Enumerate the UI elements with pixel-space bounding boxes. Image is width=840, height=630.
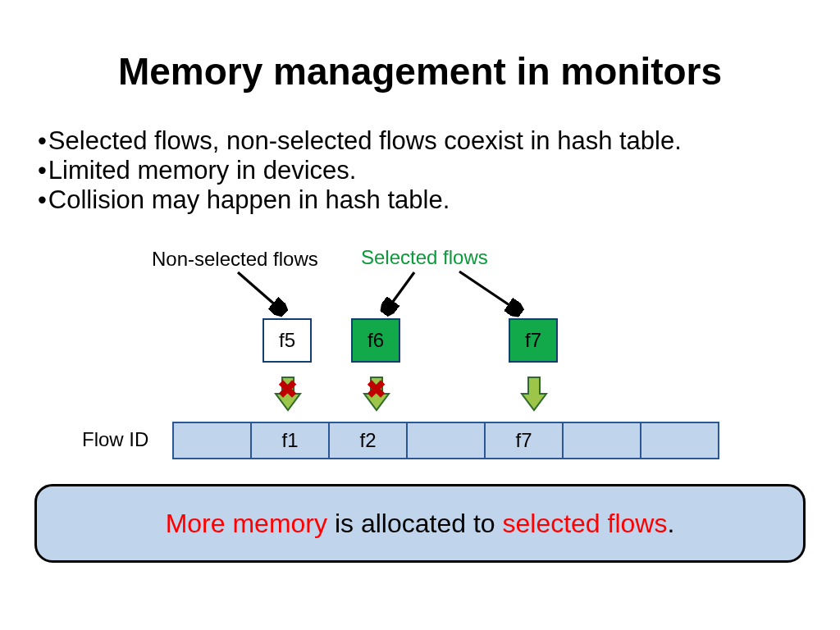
conclusion-part: .	[667, 509, 674, 538]
flow-id-label: Flow ID	[82, 428, 148, 451]
hash-table-row: f1 f2 f7	[174, 422, 719, 459]
bullet-item: Selected flows, non-selected flows coexi…	[38, 126, 840, 156]
flow-box-f7: f7	[509, 318, 558, 363]
pointer-arrow-icon	[0, 246, 840, 410]
flow-box-f5: f5	[262, 318, 312, 363]
hash-cell	[640, 422, 719, 459]
conclusion-part: More memory	[166, 509, 327, 538]
flow-box-f6: f6	[351, 318, 400, 363]
flow-box-label: f7	[525, 329, 541, 352]
x-mark-icon: ✖	[277, 377, 298, 402]
hash-cell: f2	[328, 422, 408, 459]
hash-cell: f1	[250, 422, 330, 459]
hash-cell	[562, 422, 641, 459]
bullet-list: Selected flows, non-selected flows coexi…	[38, 126, 840, 215]
flow-box-label: f6	[368, 329, 384, 352]
svg-line-0	[238, 272, 283, 312]
svg-line-1	[386, 272, 414, 312]
conclusion-box: More memory is allocated to selected flo…	[34, 484, 806, 563]
down-arrow-icon	[520, 374, 548, 413]
conclusion-part: is allocated to	[327, 509, 502, 538]
x-mark-icon: ✖	[366, 377, 386, 402]
flow-box-label: f5	[279, 329, 295, 352]
hash-cell	[406, 422, 486, 459]
diagram-area: Non-selected flows Selected flows f5 f6 …	[0, 246, 840, 509]
conclusion-part: selected flows	[502, 509, 667, 538]
bullet-item: Limited memory in devices.	[38, 156, 840, 185]
hash-cell: f7	[484, 422, 564, 459]
svg-line-2	[459, 272, 519, 312]
hash-cell	[172, 422, 252, 459]
bullet-item: Collision may happen in hash table.	[38, 185, 840, 215]
slide-title: Memory management in monitors	[0, 49, 840, 94]
